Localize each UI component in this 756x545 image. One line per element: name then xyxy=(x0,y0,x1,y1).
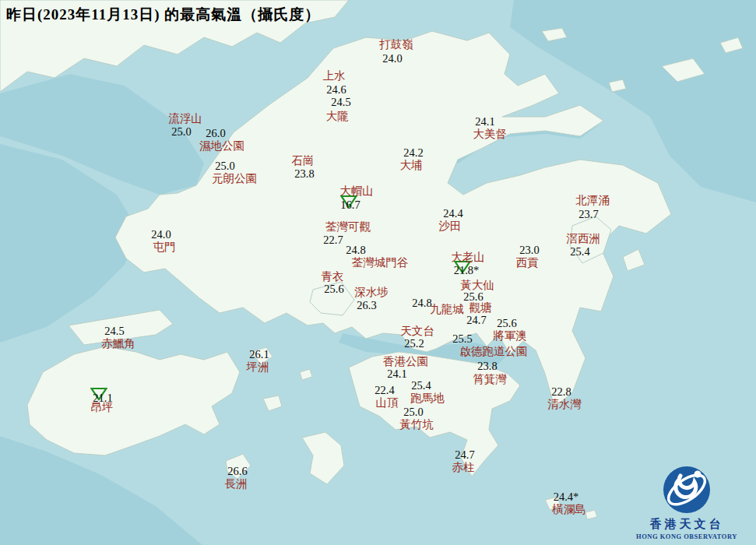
station-name: 荃灣城門谷 xyxy=(352,257,409,269)
hko-logo-icon xyxy=(662,465,712,515)
station-name: 長洲 xyxy=(225,478,248,490)
station-temperature: 24.0 xyxy=(151,229,171,241)
station-name: 香港公園 xyxy=(383,356,428,367)
station-name: 筲箕灣 xyxy=(473,374,507,385)
station-name: 沙田 xyxy=(439,220,462,232)
station-temperature: 24.8 xyxy=(412,297,431,309)
station-temperature: 25.0 xyxy=(215,160,234,172)
station-name: 清水灣 xyxy=(547,399,582,410)
station-name: 大埔 xyxy=(400,160,423,171)
station-temperature: 24.2 xyxy=(403,147,423,159)
station-temperature: 23.8 xyxy=(294,168,314,180)
station-name: 黃大仙 xyxy=(460,280,494,291)
station-temperature: 16.7 xyxy=(340,199,360,211)
station-name: 跑馬地 xyxy=(410,392,445,404)
station-temperature: 24.7 xyxy=(455,449,474,461)
station-name: 流浮山 xyxy=(168,113,202,125)
station-name: 深水埗 xyxy=(354,287,389,298)
station-name: 九龍城 xyxy=(430,304,464,315)
station-name: 橫瀾島 xyxy=(552,504,586,515)
station-temperature: 23.8 xyxy=(477,360,497,372)
station-name: 上水 xyxy=(323,70,346,82)
station-temperature: 21.8* xyxy=(454,265,480,276)
station-temperature: 22.4 xyxy=(374,385,394,396)
hko-logo-name-en: HONG KONG OBSERVATORY xyxy=(636,533,737,540)
station-name: 大帽山 xyxy=(339,185,374,197)
page-title: 昨日(2023年11月13日) 的最高氣溫（攝氏度） xyxy=(6,5,320,25)
station-temperature: 24.6 xyxy=(326,84,346,96)
station-temperature: 25.4 xyxy=(411,380,431,392)
station-temperature: 23.0 xyxy=(519,244,539,256)
station-name: 濕地公園 xyxy=(199,140,244,152)
station-name: 青衣 xyxy=(322,271,344,283)
station-name: 啟德跑道公園 xyxy=(460,346,528,357)
station-name: 赤鱲角 xyxy=(101,338,135,350)
station-name: 天文台 xyxy=(400,325,434,337)
station-name: 荃灣可觀 xyxy=(325,221,371,233)
station-name: 大隴 xyxy=(326,111,349,122)
station-temperature: 24.1 xyxy=(387,368,406,380)
hko-logo-name-zh: 香港天文台 xyxy=(650,517,724,532)
station-temperature: 24.5 xyxy=(331,97,350,108)
station-name: 赤柱 xyxy=(452,462,475,473)
station-temperature: 25.2 xyxy=(404,338,424,350)
station-temperature: 25.6 xyxy=(324,283,343,295)
station-temperature: 22.8 xyxy=(551,386,571,398)
station-temperature: 24.5 xyxy=(104,325,124,337)
station-temperature: 21.1 xyxy=(93,392,112,404)
station-name: 屯門 xyxy=(153,241,176,253)
station-temperature: 26.1 xyxy=(249,349,269,360)
station-temperature: 25.6 xyxy=(463,291,483,303)
station-name: 西貢 xyxy=(516,257,539,269)
station-name: 石崗 xyxy=(292,155,315,167)
weather-map: 昨日(2023年11月13日) 的最高氣溫（攝氏度） 打鼓嶺24.0上水24.6… xyxy=(0,0,756,545)
station-temperature: 24.4 xyxy=(443,208,462,220)
station-temperature: 24.8 xyxy=(346,244,365,256)
station-name: 觀塘 xyxy=(469,302,492,314)
hko-logo: 香港天文台 HONG KONG OBSERVATORY xyxy=(628,465,745,540)
stations-layer: 打鼓嶺24.0上水24.6大隴24.5流浮山25.0濕地公園26.0大美督24.… xyxy=(0,0,756,545)
station-name: 將軍澳 xyxy=(493,330,527,342)
station-temperature: 25.0 xyxy=(171,126,191,138)
station-temperature: 23.7 xyxy=(578,209,598,220)
station-temperature: 26.3 xyxy=(357,300,376,311)
station-temperature: 26.6 xyxy=(227,466,247,477)
station-temperature: 24.0 xyxy=(382,53,402,65)
station-name: 打鼓嶺 xyxy=(379,39,413,51)
station-temperature: 22.7 xyxy=(323,234,343,246)
station-temperature: 25.6 xyxy=(497,318,516,329)
station-name: 滘西洲 xyxy=(566,233,600,244)
station-name: 大美督 xyxy=(473,128,507,140)
station-temperature: 25.5 xyxy=(452,333,472,345)
station-name: 山頂 xyxy=(376,397,399,409)
station-temperature: 25.4 xyxy=(570,246,589,258)
station-temperature: 25.0 xyxy=(403,406,423,418)
station-temperature: 24.1 xyxy=(475,116,494,128)
station-temperature: 24.4* xyxy=(554,491,579,503)
station-name: 坪洲 xyxy=(247,361,269,373)
station-temperature: 26.0 xyxy=(206,128,225,139)
station-temperature: 24.7 xyxy=(466,315,486,326)
station-name: 元朗公園 xyxy=(212,173,257,185)
station-name: 北潭涌 xyxy=(575,195,610,206)
station-name: 黃竹坑 xyxy=(399,419,434,431)
station-name: 大老山 xyxy=(451,251,485,263)
